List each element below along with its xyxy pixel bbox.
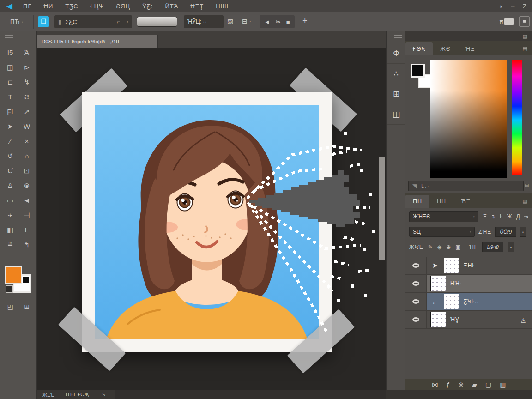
new-group-icon[interactable]: ▢ <box>485 381 491 388</box>
filter-icon[interactable]: Ж <box>507 213 512 220</box>
zigzag-icon[interactable]: Ƶ <box>523 3 526 10</box>
menu-item[interactable]: ĦΞŢ <box>184 3 210 10</box>
layer-body[interactable]: ← ƸϞĿ.. <box>427 293 532 310</box>
fx-icon[interactable]: ƒ <box>447 381 450 388</box>
selection-mode-icon[interactable]: ■ <box>286 18 290 25</box>
tool-icon[interactable]: Ά <box>18 45 35 60</box>
selection-mode-icon[interactable]: ◄ <box>264 18 270 25</box>
tool-icon[interactable]: ♙ <box>2 178 18 193</box>
layer-body[interactable]: ➤ ΞΗŀ <box>427 257 532 274</box>
panels-grip-row[interactable]: ▤ <box>405 31 532 41</box>
filter-icon[interactable]: Ŀ <box>500 213 503 220</box>
foreground-color-swatch[interactable] <box>5 266 22 284</box>
tool-icon[interactable]: ➤ <box>2 119 18 134</box>
quick-mask-icon[interactable]: ⊞ <box>24 303 30 310</box>
eyedropper-strip[interactable]: ◥ Ŀ . ▫ <box>408 181 524 191</box>
lock-icon[interactable]: ⊕ <box>446 244 451 250</box>
filter-icon[interactable]: Д <box>516 213 520 220</box>
mask-icon[interactable]: ※ <box>458 381 464 388</box>
tool-icon[interactable]: ▭ <box>2 193 18 208</box>
blend-mode-select[interactable]: ЖΉΞЄ ◦ <box>409 211 478 222</box>
tool-icon[interactable]: ↰ <box>18 237 35 252</box>
field-icon[interactable]: ◦ <box>127 18 128 25</box>
tool-icon[interactable]: ⊣ <box>18 208 35 223</box>
visibility-toggle[interactable] <box>405 311 427 328</box>
panel-grip[interactable] <box>5 35 13 38</box>
history-panel-icon[interactable]: Φ <box>387 43 406 64</box>
opacity-kind-select[interactable]: ЅЦ ◦ <box>409 227 475 237</box>
arrange-icon[interactable]: ≣ <box>510 3 515 10</box>
adjustments-panel-icon[interactable]: ⊞ <box>387 84 406 104</box>
tool-icon[interactable]: ⊳ <box>18 60 35 75</box>
panel-menu-icon[interactable]: ▤ <box>523 46 532 55</box>
menu-item[interactable]: ӤŦΆ <box>159 3 184 10</box>
tool-icon[interactable]: ⌂ <box>18 149 35 163</box>
tool-icon[interactable]: I5 <box>2 45 18 60</box>
layer-row[interactable]: ← ƸϞĿ.. <box>405 293 532 311</box>
panel-menu-icon[interactable]: ▤ <box>523 198 532 208</box>
lock-icon[interactable]: ✎ <box>428 244 433 250</box>
tool-icon[interactable]: Ƨ <box>18 90 35 104</box>
workspace-switcher[interactable]: Ħ <box>497 16 516 27</box>
more-icon[interactable]: ⊸ <box>524 213 528 220</box>
theme-icon[interactable]: ◗ <box>499 3 503 10</box>
new-layer-icon[interactable]: ▰ <box>472 381 477 388</box>
tool-icon[interactable]: ◫ <box>2 60 18 75</box>
align-icon[interactable]: ⊟ · <box>242 18 251 25</box>
libraries-panel-icon[interactable]: ◫ <box>387 104 406 125</box>
visibility-toggle[interactable] <box>405 257 427 274</box>
tool-icon[interactable]: W <box>18 119 35 134</box>
flag-icon[interactable]: ▨ <box>227 18 233 25</box>
layer-row[interactable]: ĦΉ· <box>405 275 532 293</box>
fg-bg-indicator[interactable] <box>411 64 433 88</box>
saturation-brightness-box[interactable] <box>430 60 507 178</box>
tool-icon[interactable]: ≞ <box>2 237 18 252</box>
menu-item[interactable]: ЏШĿ <box>210 3 236 10</box>
list-view-button[interactable]: ≡ <box>519 16 530 27</box>
layers-panel-tab[interactable]: ĦΗ <box>429 195 453 208</box>
tool-icon[interactable]: Ŀ <box>18 223 35 237</box>
layer-thumbnail[interactable] <box>444 258 459 273</box>
layers-panel-tab[interactable]: ЋΞ <box>453 195 478 208</box>
tool-icon[interactable]: ↺ <box>2 149 18 163</box>
default-colors-icon[interactable] <box>6 285 13 293</box>
tool-icon[interactable]: ◄ <box>18 193 35 208</box>
layer-thumbnail[interactable] <box>430 276 446 291</box>
dots-icon[interactable]: ∴ <box>387 64 406 84</box>
tool-preset-label[interactable]: ΠЋ · <box>10 18 23 25</box>
opacity-stepper[interactable]: ▪ <box>520 227 526 237</box>
status-extra[interactable]: · Ƅ <box>94 393 110 397</box>
tool-icon[interactable]: ↯ <box>18 75 35 90</box>
link-icon[interactable]: ⋈ <box>432 381 438 388</box>
color-panel-tab[interactable]: ЖЄ <box>433 42 458 55</box>
lock-icon[interactable]: ◈ <box>437 244 441 250</box>
layer-body[interactable]: ĦΉ· <box>427 275 532 292</box>
visibility-toggle[interactable] <box>405 293 427 310</box>
tool-icon[interactable]: ⊏ <box>2 75 18 90</box>
tool-icon[interactable]: ↗ <box>18 104 35 119</box>
color-panel-tab[interactable]: ҒΘϞ <box>405 42 433 55</box>
tool-icon[interactable]: × <box>18 134 35 149</box>
menu-item[interactable]: ĦИ <box>38 3 60 10</box>
tool-icon[interactable]: ⊜ <box>18 178 35 193</box>
tool-icon[interactable]: ∕ <box>2 134 18 149</box>
tool-icon[interactable]: ◧ <box>2 223 18 237</box>
selection-mode-icon[interactable]: ✂ <box>276 18 281 25</box>
menu-item[interactable]: ŁҢѰ <box>84 3 110 10</box>
mode-field[interactable]: ΉӮЦ: ·· <box>184 15 224 28</box>
layer-row[interactable]: ➤ ΞΗŀ <box>405 257 532 275</box>
fill-stepper[interactable]: ▪ <box>508 242 514 252</box>
tool-icon[interactable]: ∻ <box>2 208 18 223</box>
layer-row[interactable]: ΉƔ ◬ <box>405 311 532 329</box>
layer-thumbnail[interactable] <box>444 294 459 309</box>
layer-body[interactable]: ΉƔ ◬ <box>427 311 532 328</box>
tool-icon[interactable]: ⊡ <box>18 163 35 178</box>
filter-icon[interactable]: Ξ <box>483 213 487 220</box>
color-panel-tab[interactable]: ΉΞ <box>458 42 483 55</box>
tool-options-field[interactable]: ▮ ƩƸЄ˙ ⌐◦ <box>54 15 132 28</box>
delete-layer-icon[interactable]: ▦ <box>500 381 506 388</box>
gradient-preview[interactable] <box>137 17 177 27</box>
hue-slider[interactable] <box>512 60 522 175</box>
menu-item[interactable]: ΫƸ: <box>136 3 159 10</box>
lock-icon[interactable]: ▣ <box>455 244 460 250</box>
